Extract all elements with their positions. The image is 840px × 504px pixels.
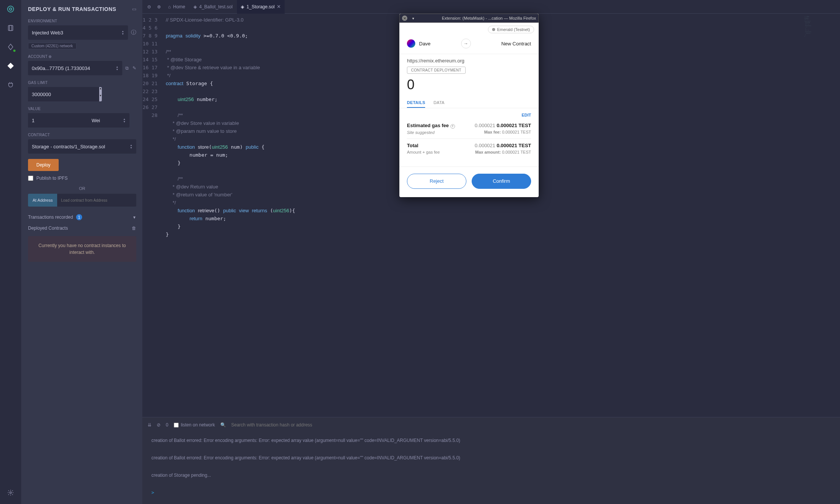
empty-contracts-notice: Currently you have no contract instances… (28, 236, 136, 262)
publish-ipfs-checkbox[interactable]: Publish to IPFS (28, 176, 136, 181)
network-selector[interactable]: Emerald (Testnet) (488, 26, 534, 33)
select-caret-icon: ▲▼ (122, 30, 124, 35)
transactions-recorded-toggle[interactable]: Transactions recorded 1 ▼ (28, 214, 136, 220)
tab-data[interactable]: DATA (433, 98, 444, 108)
deploy-run-panel: DEPLOY & RUN TRANSACTIONS ▭ ENVIRONMENT … (21, 0, 142, 504)
svg-point-4 (10, 492, 12, 494)
gas-fee-sublabel: Site suggested (407, 130, 455, 135)
listen-network-checkbox[interactable]: listen on network (174, 422, 215, 428)
window-close-icon[interactable]: ✕ (402, 16, 407, 21)
tab-bar: ⊖ ⊕ ⌂Home ◈4_Ballot_test.sol ◈1_Storage.… (142, 0, 840, 14)
confirm-button[interactable]: Confirm (472, 174, 531, 189)
svg-rect-3 (9, 25, 13, 31)
file-explorer-icon[interactable] (6, 23, 15, 33)
close-icon[interactable]: ✕ (277, 4, 281, 9)
svg-rect-2 (8, 25, 12, 31)
window-dropdown-icon[interactable]: ▾ (410, 16, 416, 21)
minimap[interactable]: // SPDX pragma /** */ contract{ uint256 … (802, 14, 840, 417)
contract-select[interactable]: Storage - contracts/1_Storage.sol ▲▼ (28, 139, 136, 154)
compiler-icon[interactable] (6, 42, 15, 51)
deployed-contracts-label: Deployed Contracts (28, 226, 68, 231)
value-label: VALUE (28, 107, 136, 111)
solidity-icon: ◈ (241, 4, 244, 9)
edit-icon[interactable]: ✎ (132, 65, 136, 71)
help-icon[interactable]: ? (450, 124, 455, 129)
deploy-run-icon[interactable] (6, 61, 15, 70)
tab-ballot-test[interactable]: ◈4_Ballot_test.sol (190, 0, 236, 14)
terminal-line: creation of Storage pending... (151, 471, 831, 479)
home-icon: ⌂ (168, 4, 171, 9)
number-spinner[interactable]: ▲▼ (99, 87, 102, 101)
clear-icon[interactable]: ⊘ (157, 422, 161, 428)
pending-count: 0 (166, 422, 168, 428)
total-max-amount: Max amount: 0.000021 TEST (475, 150, 531, 154)
copy-icon[interactable]: ⧉ (125, 65, 129, 71)
total-value: 0.000021 0.000021 TEST (475, 143, 531, 148)
svg-point-1 (9, 8, 12, 10)
gas-limit-label: GAS LIMIT (28, 81, 136, 85)
gas-fee-label: Estimated gas fee? (407, 123, 455, 129)
edit-gas-link[interactable]: EDIT (407, 113, 531, 117)
network-badge: Custom (42261) network (28, 43, 76, 49)
select-caret-icon: ▲▼ (123, 118, 126, 123)
at-address-input[interactable] (57, 194, 136, 207)
trash-icon[interactable]: 🗑 (132, 226, 136, 231)
zoom-in-icon[interactable]: ⊕ (154, 4, 164, 9)
site-origin: https://remix.ethereum.org (407, 58, 531, 64)
environment-select[interactable]: Injected Web3 ▲▼ (28, 25, 128, 40)
metamask-window-titlebar[interactable]: ✕ ▾ Extension: (MetaMask) - ...cation — … (399, 14, 539, 23)
solidity-icon: ◈ (193, 4, 197, 9)
from-account[interactable]: Dave (407, 39, 430, 48)
info-icon[interactable]: ⓘ (131, 29, 136, 36)
total-label: Total (407, 143, 440, 148)
line-gutter: 1 2 3 4 5 6 7 8 9 10 11 12 13 14 15 16 1… (142, 14, 161, 417)
remix-logo-icon[interactable] (6, 5, 15, 14)
settings-icon[interactable] (6, 488, 15, 497)
search-icon[interactable]: 🔍 (220, 422, 226, 428)
terminal: ⇊ ⊘ 0 listen on network 🔍 creation of Ba… (142, 417, 840, 504)
gas-fee-value: 0.000021 0.000021 TEST (475, 123, 531, 128)
zoom-out-icon[interactable]: ⊖ (145, 4, 154, 9)
environment-label: ENVIRONMENT (28, 19, 136, 23)
transaction-amount: 0 (399, 74, 539, 98)
at-address-button[interactable]: At Address (28, 194, 57, 207)
book-icon[interactable]: ▭ (132, 6, 136, 12)
svg-point-0 (8, 6, 14, 12)
plugin-icon[interactable] (6, 80, 15, 89)
panel-title: DEPLOY & RUN TRANSACTIONS (28, 6, 116, 12)
total-sublabel: Amount + gas fee (407, 150, 440, 154)
contract-deployment-badge: CONTRACT DEPLOYMENT (407, 67, 466, 74)
contract-label: CONTRACT (28, 133, 136, 137)
terminal-search-input[interactable] (231, 422, 330, 428)
gas-limit-input[interactable] (28, 87, 99, 101)
avatar-icon (407, 39, 415, 48)
tab-details[interactable]: DETAILS (407, 98, 425, 108)
collapse-icon[interactable]: ⇊ (148, 422, 151, 428)
account-label: ACCOUNT ⊕ (28, 54, 136, 59)
chevron-down-icon: ▼ (132, 215, 136, 219)
unit-select[interactable]: Wei ▲▼ (88, 113, 129, 128)
terminal-line: creation of Ballot errored: Error encodi… (151, 454, 831, 462)
deploy-button[interactable]: Deploy (28, 159, 59, 171)
tab-home[interactable]: ⌂Home (164, 0, 189, 14)
plus-icon[interactable]: ⊕ (48, 54, 51, 59)
reject-button[interactable]: Reject (407, 174, 466, 189)
terminal-prompt[interactable]: > (151, 488, 831, 497)
metamask-popup: Emerald (Testnet) Dave → New Contract ht… (399, 14, 539, 197)
arrow-right-icon: → (461, 39, 471, 48)
terminal-line: creation of Ballot errored: Error encodi… (151, 436, 831, 445)
terminal-toolbar: ⇊ ⊘ 0 listen on network 🔍 (142, 417, 840, 432)
select-caret-icon: ▲▼ (130, 144, 132, 149)
account-select[interactable]: 0x90a...777D5 (1.7330034 ▲▼ (28, 61, 122, 75)
window-title: Extension: (MetaMask) - ...cation — Mozi… (419, 16, 536, 20)
gas-max-fee: Max fee: 0.000021 TEST (475, 130, 531, 134)
or-divider: OR (28, 186, 136, 191)
select-caret-icon: ▲▼ (116, 65, 118, 71)
icon-rail (0, 0, 21, 504)
network-dot-icon (492, 28, 495, 31)
terminal-output[interactable]: creation of Ballot errored: Error encodi… (142, 432, 840, 504)
tab-storage[interactable]: ◈1_Storage.sol✕ (237, 0, 285, 14)
to-account: New Contract (501, 41, 531, 47)
tx-count-badge: 1 (76, 214, 82, 220)
